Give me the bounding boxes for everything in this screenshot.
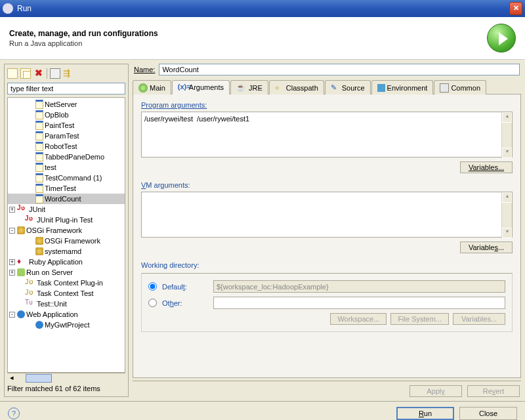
- program-args-textarea[interactable]: /user/rywei/test /user/rywei/test1: [141, 112, 513, 158]
- tree-item[interactable]: MyGwtProject: [8, 320, 125, 330]
- filter-input[interactable]: [7, 83, 125, 94]
- close-button[interactable]: Close: [459, 407, 517, 420]
- expand-icon[interactable]: +: [9, 259, 15, 265]
- tree-item[interactable]: -Web Application: [8, 309, 125, 320]
- tree-item[interactable]: test: [8, 162, 125, 173]
- doc-icon: [35, 184, 43, 193]
- tree-item-label: Test::Unit: [37, 300, 67, 308]
- tree-item[interactable]: JʋTask Context Test: [8, 288, 125, 299]
- textarea-scrollbar[interactable]: ▴▾: [501, 192, 512, 238]
- horizontal-scrollbar[interactable]: ◂: [7, 373, 125, 383]
- osgi-icon: [35, 237, 43, 245]
- doc-icon: [35, 194, 43, 203]
- other-dir-radio[interactable]: [148, 299, 157, 307]
- tree-item[interactable]: -OSGi Framework: [8, 225, 125, 236]
- tree-item-label: Web Application: [26, 310, 78, 318]
- tree-item[interactable]: TestCommand (1): [8, 173, 125, 183]
- tree-item[interactable]: TabbedPaneDemo: [8, 152, 125, 162]
- web-icon: [35, 321, 43, 329]
- collapse-all-icon[interactable]: [50, 68, 60, 79]
- tree-item[interactable]: TimerTest: [8, 183, 125, 194]
- filter-icon[interactable]: [63, 68, 74, 79]
- tree-item-label: PaintTest: [45, 121, 74, 129]
- expand-icon[interactable]: -: [9, 312, 15, 318]
- left-panel: ✖ NetServerOpBlobPaintTestParamTestRobot…: [4, 64, 129, 397]
- tree-item-label: TimerTest: [45, 184, 76, 192]
- tree-item[interactable]: TᴜTest::Unit: [8, 299, 125, 309]
- tab-main[interactable]: Main: [133, 80, 171, 94]
- osgi-icon: [17, 226, 25, 234]
- workspace-button: Workspace...: [330, 313, 387, 325]
- tree-item-label: JUnit: [29, 205, 45, 213]
- tree-item-label: TestCommand (1): [45, 174, 102, 182]
- tst-icon: Tᴜ: [25, 299, 35, 309]
- textarea-scrollbar[interactable]: ▴▾: [501, 112, 512, 158]
- tree-item[interactable]: PaintTest: [8, 120, 125, 131]
- toolbar-separator: [47, 68, 47, 79]
- vm-args-label: VM arguments:: [141, 181, 513, 189]
- tree-item[interactable]: JʋTask Context Plug-in: [8, 278, 125, 288]
- delete-config-icon[interactable]: ✖: [33, 68, 44, 79]
- tab-source[interactable]: ✎Source: [325, 80, 371, 94]
- help-icon[interactable]: ?: [8, 408, 20, 419]
- right-panel: Name: Main (x)=Arguments JRE ⟐Classpath …: [133, 64, 521, 397]
- dialog-header: Create, manage, and run configurations R…: [0, 17, 525, 60]
- revert-button: Revert: [467, 385, 520, 397]
- expand-icon[interactable]: +: [9, 270, 15, 276]
- doc-icon: [35, 131, 43, 140]
- tree-item-label: OpBlob: [45, 111, 69, 119]
- jre-tab-icon: [236, 83, 247, 93]
- run-button[interactable]: Run: [396, 407, 454, 420]
- arguments-tab-icon: (x)=: [178, 83, 187, 92]
- tree-item-label: Task Context Plug-in: [37, 279, 103, 287]
- tree-item[interactable]: +JʋJUnit: [8, 204, 125, 215]
- tab-classpath[interactable]: ⟐Classpath: [269, 80, 324, 94]
- classpath-tab-icon: ⟐: [275, 83, 284, 93]
- tree-item[interactable]: ParamTest: [8, 131, 125, 141]
- expand-icon[interactable]: -: [9, 228, 15, 234]
- eclipse-icon: [3, 3, 13, 14]
- other-dir-input[interactable]: [213, 297, 505, 309]
- tab-arguments[interactable]: (x)=Arguments: [172, 80, 230, 94]
- web-icon: [17, 310, 25, 318]
- tree-item[interactable]: WordCount: [8, 194, 125, 204]
- tree-item[interactable]: systemamd: [8, 246, 125, 257]
- tree-item[interactable]: JʋJUnit Plug-in Test: [8, 215, 125, 225]
- tree-item[interactable]: +Ruby Application: [8, 257, 125, 267]
- tree-item-label: MyGwtProject: [45, 321, 89, 329]
- tree-item-label: Ruby Application: [29, 258, 83, 266]
- config-tree[interactable]: NetServerOpBlobPaintTestParamTestRobotTe…: [7, 97, 125, 373]
- environment-tab-icon: [377, 84, 385, 92]
- tree-item[interactable]: RobotTest: [8, 141, 125, 152]
- vm-args-variables-button[interactable]: Variables...: [460, 242, 513, 253]
- tree-item-label: systemamd: [45, 247, 81, 255]
- doc-icon: [35, 173, 43, 182]
- main-tab-icon: [138, 83, 148, 93]
- new-config-icon[interactable]: [7, 68, 18, 79]
- tree-item[interactable]: NetServer: [8, 99, 125, 110]
- header-title: Create, manage, and run configurations: [9, 29, 487, 38]
- vm-args-textarea[interactable]: [141, 192, 513, 238]
- default-dir-input: [213, 280, 505, 293]
- expand-icon[interactable]: +: [9, 207, 15, 213]
- filter-status: Filter matched 61 of 62 items: [7, 383, 125, 394]
- tree-item[interactable]: OSGi Framework: [8, 236, 125, 246]
- tree-item-label: OSGi Framework: [26, 226, 82, 234]
- tab-common[interactable]: Common: [434, 80, 486, 94]
- window-close-button[interactable]: ✕: [509, 2, 522, 15]
- tab-environment[interactable]: Environment: [371, 80, 434, 94]
- tree-item-label: Task Context Test: [37, 289, 94, 297]
- tab-jre[interactable]: JRE: [230, 80, 268, 94]
- tree-item[interactable]: OpBlob: [8, 110, 125, 120]
- doc-icon: [35, 100, 43, 109]
- default-dir-radio[interactable]: [148, 282, 157, 291]
- dialog-footer: ? Run Close: [0, 401, 525, 420]
- doc-icon: [35, 142, 43, 151]
- program-args-variables-button[interactable]: Variables...: [460, 161, 513, 173]
- tree-item-label: WordCount: [45, 195, 81, 203]
- doc-icon: [35, 163, 43, 172]
- duplicate-config-icon[interactable]: [20, 68, 31, 79]
- name-input[interactable]: [159, 64, 520, 75]
- program-args-label: Program arguments:: [141, 101, 513, 109]
- tree-item[interactable]: +Run on Server: [8, 267, 125, 278]
